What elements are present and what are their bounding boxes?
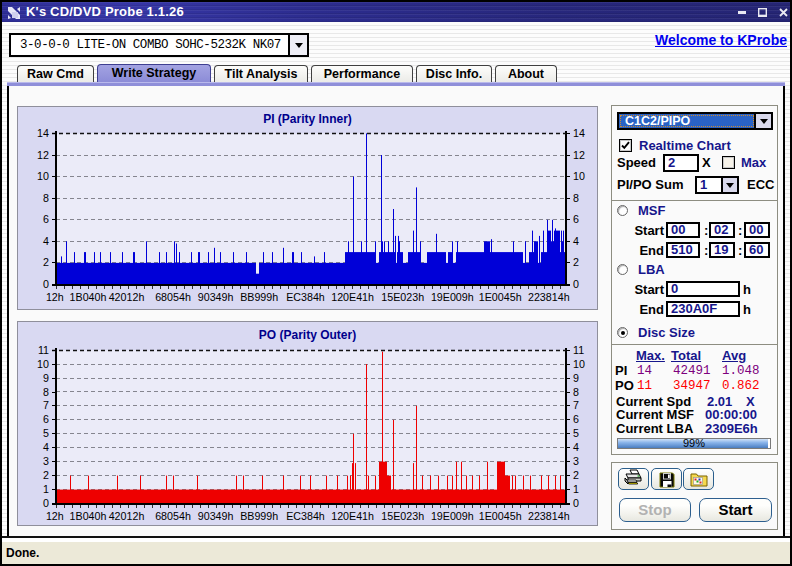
svg-text:11: 11 [573, 344, 584, 356]
svg-text:0: 0 [43, 497, 49, 509]
svg-text:9: 9 [43, 372, 49, 384]
svg-text:5: 5 [573, 427, 579, 439]
svg-text:BB999h: BB999h [240, 510, 278, 522]
svg-text:1: 1 [573, 483, 579, 495]
svg-text:10: 10 [37, 358, 49, 370]
svg-text:8: 8 [43, 192, 49, 204]
svg-text:2: 2 [43, 469, 49, 481]
svg-text:7: 7 [43, 399, 49, 411]
svg-text:6: 6 [573, 413, 579, 425]
svg-text:1B040h: 1B040h [70, 291, 107, 303]
svg-text:10: 10 [37, 170, 49, 182]
svg-text:90349h: 90349h [198, 291, 234, 303]
svg-text:10: 10 [573, 358, 585, 370]
svg-text:8: 8 [573, 192, 579, 204]
svg-text:19E009h: 19E009h [431, 510, 474, 522]
svg-text:7: 7 [573, 399, 579, 411]
svg-text:5: 5 [43, 427, 49, 439]
svg-text:11: 11 [38, 344, 49, 356]
svg-text:2: 2 [573, 469, 579, 481]
svg-text:8: 8 [43, 386, 49, 398]
svg-text:42012h: 42012h [109, 291, 145, 303]
svg-text:0: 0 [573, 278, 579, 290]
svg-text:6: 6 [43, 413, 49, 425]
svg-text:68054h: 68054h [155, 291, 191, 303]
svg-text:14: 14 [573, 127, 585, 139]
svg-text:0: 0 [573, 497, 579, 509]
svg-text:120E41h: 120E41h [331, 291, 374, 303]
svg-text:2: 2 [43, 256, 49, 268]
svg-text:0: 0 [43, 278, 49, 290]
svg-text:1E0045h: 1E0045h [479, 291, 522, 303]
svg-text:1E0045h: 1E0045h [479, 510, 522, 522]
svg-text:12: 12 [573, 149, 585, 161]
svg-text:4: 4 [573, 441, 579, 453]
svg-text:3: 3 [573, 455, 579, 467]
svg-text:120E41h: 120E41h [331, 510, 374, 522]
svg-text:4: 4 [43, 441, 49, 453]
svg-text:15E023h: 15E023h [381, 510, 424, 522]
svg-text:3: 3 [43, 455, 49, 467]
svg-text:9: 9 [573, 372, 579, 384]
svg-text:6: 6 [573, 213, 579, 225]
svg-text:223814h: 223814h [528, 510, 570, 522]
svg-text:42012h: 42012h [109, 510, 145, 522]
svg-text:4: 4 [573, 235, 579, 247]
svg-text:10: 10 [573, 170, 585, 182]
svg-text:19E009h: 19E009h [431, 291, 474, 303]
svg-text:BB999h: BB999h [240, 291, 278, 303]
svg-text:90349h: 90349h [198, 510, 234, 522]
svg-text:EC384h: EC384h [286, 510, 325, 522]
svg-text:8: 8 [573, 386, 579, 398]
svg-text:12h: 12h [46, 291, 64, 303]
svg-text:15E023h: 15E023h [381, 291, 424, 303]
svg-text:12: 12 [37, 149, 49, 161]
svg-text:2: 2 [573, 256, 579, 268]
svg-text:4: 4 [43, 235, 49, 247]
svg-text:6: 6 [43, 213, 49, 225]
svg-text:12h: 12h [46, 510, 64, 522]
svg-text:EC384h: EC384h [286, 291, 325, 303]
svg-text:68054h: 68054h [155, 510, 191, 522]
svg-text:14: 14 [37, 127, 49, 139]
svg-text:1B040h: 1B040h [70, 510, 107, 522]
svg-text:1: 1 [43, 483, 49, 495]
svg-text:223814h: 223814h [528, 291, 570, 303]
